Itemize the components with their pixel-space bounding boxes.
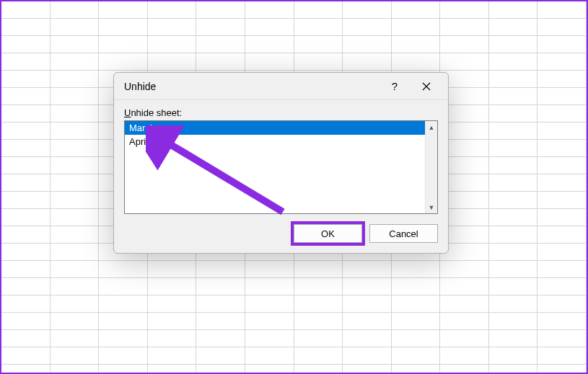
scroll-down-icon[interactable]: ▼ bbox=[426, 201, 437, 213]
close-icon bbox=[422, 82, 431, 91]
scroll-up-icon[interactable]: ▲ bbox=[426, 121, 437, 133]
sheet-listbox-container: MarchApril ▲ ▼ bbox=[124, 120, 438, 214]
dialog-titlebar: Unhide ? bbox=[114, 73, 448, 100]
sheet-listbox[interactable]: MarchApril bbox=[125, 121, 425, 213]
dialog-body: Unhide sheet: MarchApril ▲ ▼ OK Cancel bbox=[114, 100, 448, 253]
dialog-title: Unhide bbox=[124, 81, 379, 92]
list-item[interactable]: April bbox=[125, 135, 425, 148]
list-item[interactable]: March bbox=[125, 121, 425, 135]
ok-button[interactable]: OK bbox=[294, 224, 362, 243]
listbox-label: Unhide sheet: bbox=[124, 107, 438, 118]
dialog-button-row: OK Cancel bbox=[124, 224, 438, 243]
unhide-dialog: Unhide ? Unhide sheet: MarchApril ▲ ▼ OK… bbox=[113, 72, 449, 254]
help-button[interactable]: ? bbox=[379, 76, 411, 97]
close-button[interactable] bbox=[411, 76, 442, 97]
cancel-button[interactable]: Cancel bbox=[369, 224, 438, 243]
listbox-scrollbar[interactable]: ▲ ▼ bbox=[425, 121, 437, 213]
